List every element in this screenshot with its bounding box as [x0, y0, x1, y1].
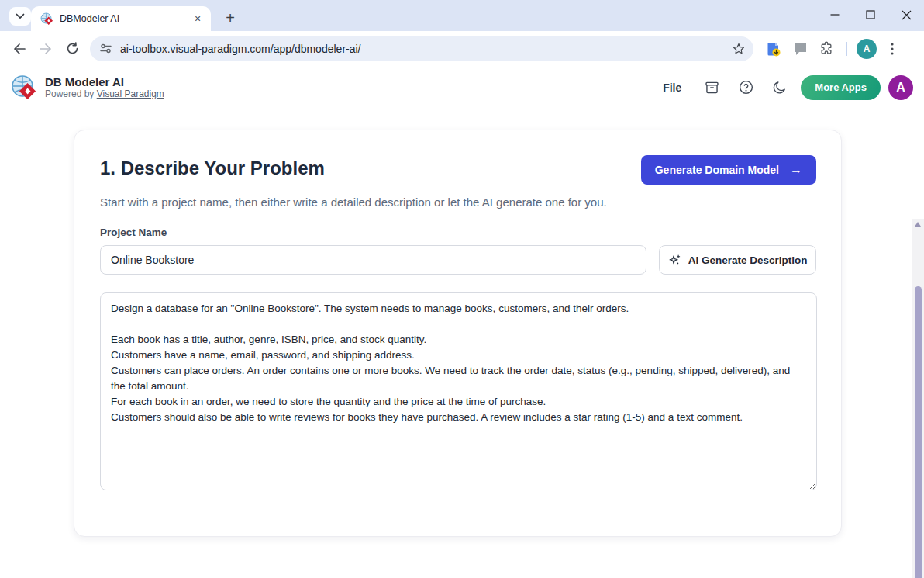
- browser-profile-avatar[interactable]: A: [857, 39, 877, 59]
- address-bar[interactable]: ai-toolbox.visual-paradigm.com/app/dbmod…: [90, 36, 753, 61]
- ai-generate-description-button[interactable]: AI Generate Description: [659, 245, 816, 275]
- help-icon[interactable]: [733, 74, 759, 101]
- toolbar-extensions-area: A: [763, 38, 903, 60]
- tab-search-button[interactable]: [9, 7, 31, 26]
- app-title: DB Modeler AI: [45, 75, 164, 88]
- describe-problem-card: 1. Describe Your Problem Generate Domain…: [74, 130, 842, 537]
- forward-button[interactable]: [33, 36, 59, 62]
- page-scrollbar[interactable]: [912, 219, 924, 578]
- window-maximize-button[interactable]: [853, 0, 888, 29]
- chevron-down-icon: [16, 13, 25, 19]
- reload-button[interactable]: [59, 36, 85, 62]
- bookmark-star-icon[interactable]: [732, 42, 746, 56]
- browser-tab[interactable]: DBModeler AI ×: [31, 6, 211, 31]
- app-user-avatar[interactable]: A: [888, 75, 913, 100]
- app-logo: [11, 74, 37, 101]
- browser-tab-strip: DBModeler AI × +: [0, 0, 924, 31]
- browser-menu-icon[interactable]: [881, 38, 903, 60]
- app-header-actions: File More Apps A: [653, 74, 913, 101]
- moon-icon[interactable]: [767, 74, 793, 101]
- more-apps-button[interactable]: More Apps: [801, 75, 881, 100]
- window-controls: [817, 0, 924, 31]
- extensions-puzzle-icon[interactable]: [815, 38, 837, 60]
- site-settings-icon[interactable]: [99, 42, 112, 55]
- tab-title: DBModeler AI: [60, 13, 191, 24]
- app-titles: DB Modeler AI Powered by Visual Paradigm: [45, 75, 164, 100]
- sparkles-icon: [668, 254, 681, 267]
- file-menu[interactable]: File: [653, 75, 691, 100]
- window-close-button[interactable]: [888, 0, 924, 29]
- generate-domain-model-button[interactable]: Generate Domain Model →: [641, 155, 816, 185]
- tab-favicon: [40, 12, 53, 26]
- scrollbar-up-arrow-icon[interactable]: [915, 222, 921, 227]
- scrollbar-thumb[interactable]: [915, 286, 922, 578]
- back-arrow-icon: [12, 43, 26, 55]
- back-button[interactable]: [6, 36, 33, 62]
- project-name-input[interactable]: [100, 245, 646, 275]
- page-content: 1. Describe Your Problem Generate Domain…: [0, 109, 924, 578]
- archive-icon[interactable]: [698, 74, 725, 101]
- new-tab-button[interactable]: +: [220, 8, 240, 28]
- reload-icon: [66, 42, 79, 55]
- comment-extension-icon[interactable]: [789, 38, 811, 60]
- forward-arrow-icon: [39, 43, 53, 55]
- section-subtitle: Start with a project name, then either w…: [100, 193, 646, 212]
- problem-description-textarea[interactable]: Design a database for an "Online Booksto…: [100, 292, 817, 490]
- window-minimize-button[interactable]: [817, 0, 853, 29]
- arrow-right-icon: →: [790, 163, 802, 177]
- app-header: DB Modeler AI Powered by Visual Paradigm…: [0, 66, 924, 109]
- toolbar-divider: [846, 42, 847, 56]
- url-text[interactable]: ai-toolbox.visual-paradigm.com/app/dbmod…: [120, 43, 732, 55]
- docs-offline-extension-icon[interactable]: [763, 38, 784, 60]
- tab-close-icon[interactable]: ×: [191, 12, 205, 26]
- visual-paradigm-link[interactable]: Visual Paradigm: [97, 88, 164, 99]
- section-title: 1. Describe Your Problem: [100, 157, 325, 180]
- project-name-label: Project Name: [100, 227, 816, 238]
- app-subtitle: Powered by Visual Paradigm: [45, 88, 164, 100]
- browser-toolbar: ai-toolbox.visual-paradigm.com/app/dbmod…: [0, 31, 924, 66]
